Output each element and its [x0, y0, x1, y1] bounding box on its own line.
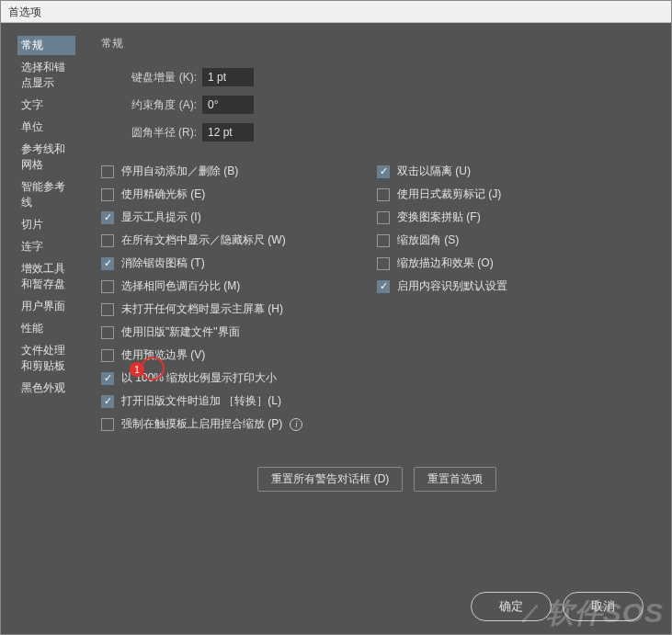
- checkbox[interactable]: [377, 165, 390, 178]
- checkbox[interactable]: [101, 280, 114, 293]
- sidebar-item[interactable]: 常规: [17, 36, 75, 55]
- checkbox-label: 缩放描边和效果 (O): [397, 255, 494, 271]
- checkbox[interactable]: [101, 188, 114, 201]
- field-keyboard-increment: 键盘增量 (K):: [101, 68, 653, 86]
- sidebar-item[interactable]: 切片: [17, 215, 75, 234]
- checkbox-label: 打开旧版文件时追加 ［转换］(L): [121, 393, 281, 409]
- checkbox-row[interactable]: 使用日式裁剪标记 (J): [377, 187, 653, 202]
- checkbox[interactable]: [377, 234, 390, 247]
- checkbox[interactable]: [101, 418, 114, 431]
- checkbox-label: 使用精确光标 (E): [121, 187, 205, 202]
- sidebar-item[interactable]: 黑色外观: [17, 379, 75, 398]
- sidebar-item[interactable]: 用户界面: [17, 297, 75, 316]
- checkbox-row[interactable]: 使用精确光标 (E): [101, 187, 377, 202]
- keyboard-increment-input[interactable]: [202, 68, 254, 86]
- sidebar-item[interactable]: 增效工具和暂存盘: [17, 259, 75, 294]
- checkbox-label: 缩放圆角 (S): [397, 232, 459, 248]
- checkbox-row[interactable]: 消除锯齿图稿 (T): [101, 255, 377, 271]
- checkbox[interactable]: [377, 280, 390, 293]
- checkbox-label: 使用预览边界 (V): [121, 347, 205, 363]
- checkbox-label: 强制在触摸板上启用捏合缩放 (P): [121, 416, 282, 432]
- sidebar-item[interactable]: 文件处理和剪贴板: [17, 341, 75, 376]
- main-panel: 常规 键盘增量 (K): 约束角度 (A): 圆角半径 (R): 停用自动添加／…: [83, 23, 671, 579]
- checkbox-row[interactable]: 强制在触摸板上启用捏合缩放 (P)i: [101, 416, 377, 432]
- checkbox-row[interactable]: 变换图案拼贴 (F): [377, 210, 653, 225]
- checkbox[interactable]: [101, 211, 114, 224]
- checkbox-label: 停用自动添加／删除 (B): [121, 164, 238, 179]
- checkbox[interactable]: [101, 395, 114, 408]
- checkbox-label: 未打开任何文档时显示主屏幕 (H): [121, 301, 283, 317]
- info-icon[interactable]: i: [290, 418, 302, 431]
- field-label: 键盘增量 (K):: [101, 70, 202, 85]
- field-constrain-angle: 约束角度 (A):: [101, 96, 653, 114]
- checkbox-label: 以 100% 缩放比例显示打印大小: [121, 370, 277, 386]
- checkbox[interactable]: [101, 303, 114, 316]
- checkbox-label: 显示工具提示 (I): [121, 210, 201, 225]
- checkbox-column-right: 双击以隔离 (U)使用日式裁剪标记 (J)变换图案拼贴 (F)缩放圆角 (S)缩…: [377, 164, 653, 439]
- reset-prefs-button[interactable]: 重置首选项: [414, 467, 496, 492]
- window-titlebar: 首选项: [1, 1, 671, 23]
- sidebar-item[interactable]: 参考线和网格: [17, 140, 75, 175]
- cancel-button[interactable]: 取消: [563, 592, 644, 621]
- preferences-window: 首选项 常规选择和锚点显示文字单位参考线和网格智能参考线切片连字增效工具和暂存盘…: [0, 0, 672, 635]
- sidebar-item[interactable]: 性能: [17, 319, 75, 338]
- checkbox-row[interactable]: 使用预览边界 (V): [101, 347, 377, 363]
- reset-dialogs-button[interactable]: 重置所有警告对话框 (D): [257, 467, 403, 492]
- sidebar-item[interactable]: 连字: [17, 237, 75, 256]
- checkbox-row[interactable]: 显示工具提示 (I): [101, 210, 377, 225]
- checkbox-label: 在所有文档中显示／隐藏标尺 (W): [121, 232, 286, 248]
- checkbox[interactable]: [101, 349, 114, 362]
- checkbox-label: 选择相同色调百分比 (M): [121, 278, 240, 294]
- field-label: 约束角度 (A):: [101, 97, 202, 113]
- checkbox-row[interactable]: 选择相同色调百分比 (M): [101, 278, 377, 294]
- section-title: 常规: [101, 36, 653, 51]
- checkbox[interactable]: [377, 257, 390, 270]
- checkbox-label: 双击以隔离 (U): [397, 164, 471, 179]
- sidebar-item[interactable]: 文字: [17, 96, 75, 115]
- corner-radius-input[interactable]: [202, 123, 254, 142]
- checkbox-label: 使用日式裁剪标记 (J): [397, 187, 501, 202]
- checkbox[interactable]: [101, 372, 114, 385]
- checkbox-row[interactable]: 缩放描边和效果 (O): [377, 255, 653, 271]
- window-title: 首选项: [8, 6, 41, 18]
- checkbox-row[interactable]: 停用自动添加／删除 (B): [101, 164, 377, 179]
- window-content: 常规选择和锚点显示文字单位参考线和网格智能参考线切片连字增效工具和暂存盘用户界面…: [1, 23, 671, 579]
- footer: 确定 取消: [1, 579, 671, 634]
- checkbox[interactable]: [101, 165, 114, 178]
- sidebar: 常规选择和锚点显示文字单位参考线和网格智能参考线切片连字增效工具和暂存盘用户界面…: [1, 23, 83, 579]
- checkbox-columns: 停用自动添加／删除 (B)使用精确光标 (E)显示工具提示 (I)在所有文档中显…: [101, 164, 653, 439]
- checkbox-label: 变换图案拼贴 (F): [397, 210, 481, 225]
- checkbox[interactable]: [101, 257, 114, 270]
- checkbox[interactable]: [377, 211, 390, 224]
- checkbox[interactable]: [101, 326, 114, 339]
- sidebar-item[interactable]: 单位: [17, 118, 75, 137]
- checkbox-label: 启用内容识别默认设置: [397, 278, 507, 294]
- checkbox-column-left: 停用自动添加／删除 (B)使用精确光标 (E)显示工具提示 (I)在所有文档中显…: [101, 164, 377, 439]
- checkbox-row[interactable]: 未打开任何文档时显示主屏幕 (H): [101, 301, 377, 317]
- sidebar-item[interactable]: 智能参考线: [17, 177, 75, 212]
- sidebar-item[interactable]: 选择和锚点显示: [17, 58, 75, 93]
- checkbox-row[interactable]: 双击以隔离 (U): [377, 164, 653, 179]
- checkbox-row[interactable]: 启用内容识别默认设置: [377, 278, 653, 294]
- checkbox-row[interactable]: 在所有文档中显示／隐藏标尺 (W): [101, 232, 377, 248]
- checkbox-label: 消除锯齿图稿 (T): [121, 255, 205, 271]
- checkbox-row[interactable]: 缩放圆角 (S): [377, 232, 653, 248]
- reset-row: 重置所有警告对话框 (D) 重置首选项: [101, 467, 653, 492]
- checkbox[interactable]: [377, 188, 390, 201]
- checkbox-row[interactable]: 打开旧版文件时追加 ［转换］(L): [101, 393, 377, 409]
- field-label: 圆角半径 (R):: [101, 125, 202, 141]
- checkbox-row[interactable]: 使用旧版"新建文件"界面: [101, 324, 377, 340]
- checkbox-row[interactable]: 以 100% 缩放比例显示打印大小: [101, 370, 377, 386]
- checkbox[interactable]: [101, 234, 114, 247]
- field-corner-radius: 圆角半径 (R):: [101, 123, 653, 142]
- ok-button[interactable]: 确定: [471, 592, 552, 621]
- checkbox-label: 使用旧版"新建文件"界面: [121, 324, 240, 340]
- constrain-angle-input[interactable]: [202, 96, 254, 114]
